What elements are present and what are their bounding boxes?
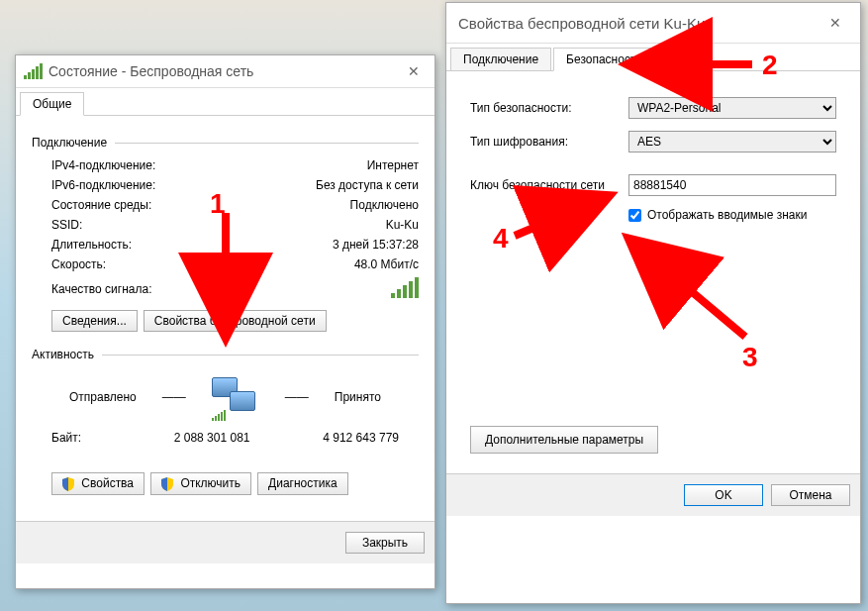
properties-titlebar: Свойства беспроводной сети Ku-Ku ✕: [446, 3, 860, 44]
ipv4-value: Интернет: [367, 158, 419, 172]
annotation-3: 3: [742, 342, 758, 373]
security-type-select[interactable]: WPA2-Personal: [628, 97, 836, 119]
show-characters-checkbox[interactable]: [628, 209, 641, 222]
connection-section-label: Подключение: [32, 136, 107, 150]
shield-icon: [161, 477, 173, 491]
properties-window-title: Свойства беспроводной сети Ku-Ku: [458, 15, 822, 32]
show-characters-label: Отображать вводимые знаки: [647, 208, 807, 222]
status-window: Состояние - Беспроводная сеть ✕ Общие По…: [15, 54, 435, 589]
bytes-sent-value: 2 088 301 081: [131, 431, 280, 445]
tab-connection[interactable]: Подключение: [450, 48, 551, 70]
signal-bars-icon: [391, 277, 419, 298]
tab-general[interactable]: Общие: [20, 92, 84, 116]
connection-fieldset: Подключение IPv4-подключение:Интернет IP…: [32, 136, 419, 338]
ipv6-value: Без доступа к сети: [316, 178, 419, 192]
close-icon[interactable]: ✕: [822, 13, 848, 33]
network-key-label: Ключ безопасности сети: [470, 178, 628, 192]
cancel-button[interactable]: Отмена: [771, 484, 850, 506]
network-activity-icon: [212, 377, 259, 417]
ipv4-label: IPv4-подключение:: [51, 158, 367, 172]
diagnose-button[interactable]: Диагностика: [257, 472, 348, 495]
bytes-received-value: 4 912 643 779: [280, 431, 400, 445]
properties-content: Тип безопасности: WPA2-Personal Тип шифр…: [446, 71, 860, 473]
status-content: Подключение IPv4-подключение:Интернет IP…: [16, 116, 434, 521]
activity-fieldset: Активность Отправлено —— —— Принято Байт…: [32, 348, 419, 501]
bytes-label: Байт:: [51, 431, 131, 445]
status-tabs: Общие: [16, 88, 434, 116]
advanced-settings-button[interactable]: Дополнительные параметры: [470, 426, 658, 454]
status-titlebar: Состояние - Беспроводная сеть ✕: [16, 55, 434, 88]
close-button[interactable]: Закрыть: [345, 532, 425, 554]
details-button[interactable]: Сведения...: [51, 310, 138, 332]
annotation-1: 1: [210, 188, 226, 220]
encryption-type-label: Тип шифрования:: [470, 135, 628, 149]
annotation-4: 4: [493, 223, 509, 255]
ok-button[interactable]: OK: [684, 484, 763, 506]
status-window-title: Состояние - Беспроводная сеть: [48, 63, 401, 79]
close-icon[interactable]: ✕: [401, 61, 427, 81]
disable-button[interactable]: Отключить: [150, 472, 251, 495]
properties-button[interactable]: Свойства: [51, 472, 145, 495]
status-bottom-bar: Закрыть: [16, 521, 434, 563]
activity-section-label: Активность: [32, 348, 94, 361]
properties-window: Свойства беспроводной сети Ku-Ku ✕ Подкл…: [445, 2, 861, 604]
speed-value: 48.0 Мбит/с: [354, 257, 419, 271]
ssid-value: Ku-Ku: [386, 218, 419, 232]
network-key-input[interactable]: [628, 174, 836, 196]
media-state-label: Состояние среды:: [51, 198, 350, 212]
media-state-value: Подключено: [350, 198, 419, 212]
encryption-type-select[interactable]: AES: [628, 131, 836, 153]
speed-label: Скорость:: [51, 257, 354, 271]
duration-label: Длительность:: [51, 238, 333, 252]
shield-icon: [62, 477, 74, 491]
tab-security[interactable]: Безопасность: [553, 48, 655, 71]
signal-quality-label: Качество сигнала:: [51, 282, 391, 296]
properties-tabs: Подключение Безопасность: [446, 44, 860, 71]
ssid-label: SSID:: [51, 218, 386, 232]
sent-label: Отправлено: [69, 390, 137, 404]
wireless-properties-button[interactable]: Свойства беспроводной сети: [144, 310, 327, 332]
duration-value: 3 дней 15:37:28: [333, 238, 419, 252]
signal-icon: [24, 63, 43, 79]
received-label: Принято: [335, 390, 381, 404]
ipv6-label: IPv6-подключение:: [51, 178, 316, 192]
security-type-label: Тип безопасности:: [470, 101, 628, 115]
properties-bottom-bar: OK Отмена: [446, 473, 860, 516]
annotation-2: 2: [762, 50, 778, 81]
